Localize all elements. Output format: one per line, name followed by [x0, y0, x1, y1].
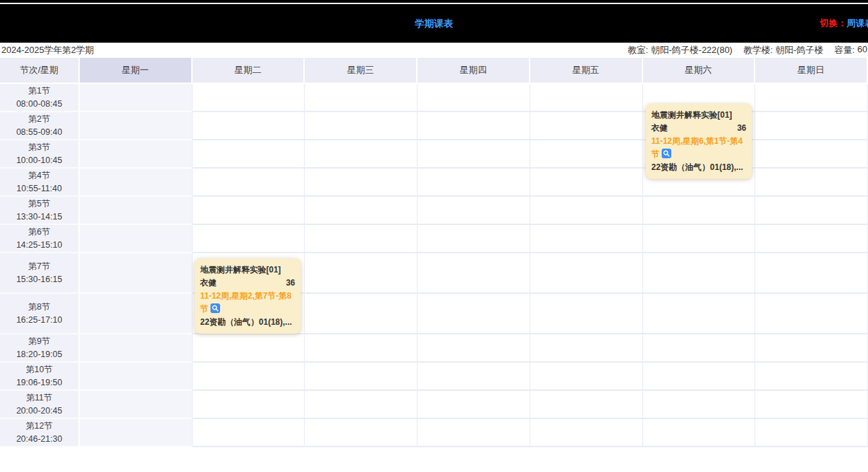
- period-name: 第3节: [0, 141, 78, 154]
- timetable-cell: [530, 169, 643, 197]
- course-card-saturday[interactable]: 地震测井解释实验[01] 衣健 36 11-12周,星期6,第1节-第4节 22…: [646, 104, 752, 179]
- meta-row: 2024-2025学年第2学期 教室: 朝阳-鸽子楼-222(80) 教学楼: …: [0, 43, 868, 58]
- timetable-cell: [417, 169, 530, 197]
- timetable-cell: [305, 363, 417, 391]
- course-classes: 22资勘（油气）01(18),...: [651, 161, 746, 174]
- capacity-label: 容量:: [834, 44, 855, 56]
- period-name: 第12节: [0, 420, 78, 433]
- timetable-cell: [305, 294, 417, 334]
- day-header-thursday: 星期四: [417, 58, 530, 84]
- timetable-cell: [80, 140, 193, 169]
- period-row: 第7节15:30-16:15: [0, 253, 868, 294]
- search-icon[interactable]: [662, 149, 671, 158]
- timetable-cell: [530, 140, 643, 169]
- period-row: 第9节18:20-19:05: [0, 334, 868, 363]
- timetable-cell: [643, 334, 756, 363]
- period-cell: 第2节08:55-09:40: [0, 112, 80, 140]
- timetable-cell: [643, 391, 756, 419]
- timetable-cell: [417, 225, 530, 253]
- period-name: 第6节: [0, 226, 78, 239]
- timetable-cell: [305, 334, 417, 363]
- period-time: 13:30-14:15: [0, 211, 78, 224]
- period-name: 第10节: [0, 363, 78, 376]
- course-schedule: 11-12周,星期2,第7节-第8节: [200, 290, 295, 316]
- period-cell: 第8节16:25-17:10: [0, 294, 80, 334]
- timetable-cell: [80, 253, 193, 294]
- period-cell: 第4节10:55-11:40: [0, 169, 80, 197]
- day-header-friday: 星期五: [530, 58, 643, 84]
- timetable-cell: [417, 334, 530, 363]
- period-time: 10:55-11:40: [0, 182, 78, 195]
- timetable-cell: [530, 294, 643, 334]
- timetable-cell: [530, 112, 643, 140]
- timetable-cell: [193, 84, 305, 112]
- timetable-cell: [80, 84, 193, 112]
- period-time: 08:00-08:45: [0, 98, 78, 111]
- timetable-cell: [417, 197, 530, 225]
- period-name: 第4节: [0, 169, 78, 182]
- search-icon[interactable]: [210, 303, 220, 313]
- timetable-cell: [80, 225, 193, 253]
- period-time: 08:55-09:40: [0, 126, 78, 139]
- timetable-cell: [643, 419, 756, 447]
- course-classes: 22资勘（油气）01(18),...: [200, 316, 295, 329]
- timetable-cell: [417, 112, 530, 140]
- period-name: 第8节: [0, 301, 78, 314]
- period-cell: 第11节20:00-20:45: [0, 391, 80, 419]
- period-name: 第11节: [0, 391, 78, 405]
- timetable-cell: [305, 84, 417, 112]
- timetable-cell: [755, 169, 868, 197]
- course-teacher-row: 衣健 36: [651, 122, 746, 135]
- timetable-cell: [530, 391, 643, 419]
- period-cell: 第1节08:00-08:45: [0, 84, 80, 112]
- period-name: 第9节: [0, 335, 78, 348]
- timetable-cell: [530, 363, 643, 391]
- timetable-cell: [755, 197, 868, 225]
- timetable-cell: [643, 225, 756, 253]
- period-time: 20:46-21:30: [0, 433, 78, 446]
- period-time: 16:25-17:10: [0, 314, 78, 327]
- timetable-cell: [193, 112, 305, 140]
- period-time: 15:30-16:15: [0, 273, 78, 286]
- timetable-cell: [80, 197, 193, 225]
- period-time: 20:00-20:45: [0, 405, 78, 418]
- timetable-cell: [530, 253, 643, 294]
- timetable-cell: [80, 112, 193, 140]
- timetable-cell: [305, 419, 417, 447]
- period-cell: 第5节13:30-14:15: [0, 197, 80, 225]
- period-time: 14:25-15:10: [0, 239, 78, 252]
- period-row: 第5节13:30-14:15: [0, 197, 868, 225]
- period-cell: 第9节18:20-19:05: [0, 334, 80, 363]
- building-item: 教学楼: 朝阳-鸽子楼: [744, 44, 823, 56]
- timetable-cell: [80, 169, 193, 197]
- timetable-cell: [755, 419, 868, 447]
- period-time: 18:20-19:05: [0, 348, 78, 361]
- timetable-cell: [80, 419, 193, 447]
- timetable-cell: [193, 419, 305, 447]
- period-cell: 第3节10:00-10:45: [0, 140, 80, 169]
- timetable-cell: [80, 334, 193, 363]
- building-value: 朝阳-鸽子楼: [776, 44, 823, 56]
- period-row: 第8节16:25-17:10: [0, 294, 868, 334]
- course-student-count: 36: [286, 277, 295, 290]
- timetable-cell: [305, 169, 417, 197]
- corner-header: 节次/星期: [0, 58, 80, 84]
- semester-text: 2024-2025学年第2学期: [1, 44, 94, 56]
- period-cell: 第10节19:06-19:50: [0, 363, 80, 391]
- timetable-cell: [530, 84, 643, 112]
- timetable-cell: [417, 253, 530, 294]
- timetable-cell: [80, 294, 193, 334]
- timetable-cell: [755, 112, 868, 140]
- course-card-tuesday[interactable]: 地震测井解释实验[01] 衣健 36 11-12周,星期2,第7节-第8节 22…: [195, 259, 301, 334]
- timetable-cell: [193, 140, 305, 169]
- period-cell: 第12节20:46-21:30: [0, 419, 80, 447]
- day-header-wednesday: 星期三: [305, 58, 417, 84]
- switch-view-link[interactable]: 周课表: [847, 18, 868, 28]
- timetable-cell: [80, 363, 193, 391]
- period-time: 19:06-19:50: [0, 376, 78, 389]
- day-header-tuesday: 星期二: [193, 58, 305, 84]
- timetable-cell: [305, 140, 417, 169]
- period-name: 第5节: [0, 197, 78, 211]
- timetable-cell: [755, 334, 868, 363]
- day-header-sunday: 星期日: [755, 58, 868, 84]
